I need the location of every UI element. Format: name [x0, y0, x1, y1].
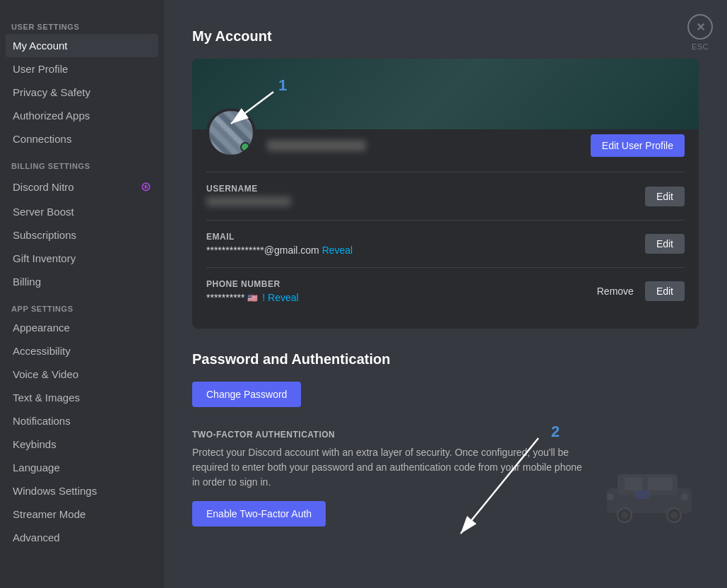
billing-settings-section-label: BILLING SETTINGS: [6, 151, 158, 173]
sidebar-item-gift-inventory[interactable]: Gift Inventory: [6, 247, 158, 270]
sidebar-item-label: Appearance: [13, 322, 70, 334]
close-icon[interactable]: ✕: [687, 14, 713, 40]
avatar: [206, 108, 256, 158]
esc-button[interactable]: ✕ ESC: [687, 14, 713, 51]
sidebar-item-my-account[interactable]: My Account: [6, 34, 158, 57]
sidebar-item-billing[interactable]: Billing: [6, 270, 158, 293]
phone-field-content: PHONE NUMBER ********** 🇺🇸 ! Reveal: [206, 279, 591, 303]
profile-username-area: [256, 114, 591, 151]
sidebar-item-advanced[interactable]: Advanced: [6, 526, 158, 549]
sidebar-item-label: Advanced: [13, 531, 60, 543]
online-status-dot: [240, 142, 250, 152]
email-masked: ***************: [206, 245, 264, 256]
email-value: ***************@gmail.com Reveal: [206, 245, 645, 256]
sidebar-item-label: Connections: [13, 133, 71, 145]
sidebar-item-label: Accessibility: [13, 345, 71, 357]
username-edit-button[interactable]: Edit: [645, 187, 685, 206]
app-settings-section-label: APP SETTINGS: [6, 293, 158, 316]
username-blurred: [206, 196, 291, 206]
tfa-illustration: [600, 460, 699, 527]
phone-flag-emoji: 🇺🇸: [247, 293, 258, 303]
page-title: My Account: [192, 28, 699, 45]
sidebar-item-label: Voice & Video: [13, 368, 78, 380]
email-field-row: EMAIL ***************@gmail.com Reveal E…: [206, 220, 685, 267]
tfa-section: TWO-FACTOR AUTHENTICATION Protect your D…: [192, 430, 699, 527]
password-auth-title: Password and Authentication: [192, 351, 699, 368]
phone-reveal-link[interactable]: Reveal: [268, 292, 299, 303]
sidebar-item-label: Keybinds: [13, 438, 57, 450]
edit-user-profile-button[interactable]: Edit User Profile: [591, 134, 685, 157]
tfa-label: TWO-FACTOR AUTHENTICATION: [192, 430, 699, 440]
sidebar-item-appearance[interactable]: Appearance: [6, 316, 158, 339]
phone-country-code: !: [262, 292, 265, 303]
user-settings-section-label: USER SETTINGS: [6, 11, 158, 34]
main-content: ✕ ESC My Account Edit User Profile USERN…: [164, 0, 727, 588]
nitro-icon: ⊛: [141, 179, 151, 194]
username-value: [206, 196, 645, 208]
sidebar-item-discord-nitro[interactable]: Discord Nitro ⊛: [6, 173, 158, 200]
enable-two-factor-auth-button[interactable]: Enable Two-Factor Auth: [192, 501, 326, 527]
email-label: EMAIL: [206, 232, 645, 242]
svg-point-3: [621, 512, 628, 519]
sidebar-item-label: Gift Inventory: [13, 252, 76, 264]
username-field-row: USERNAME Edit: [206, 172, 685, 220]
sidebar-item-user-profile[interactable]: User Profile: [6, 57, 158, 81]
svg-point-8: [681, 493, 688, 500]
phone-field-row: PHONE NUMBER ********** 🇺🇸 ! Reveal Remo…: [206, 267, 685, 314]
esc-label: ESC: [692, 42, 709, 51]
email-edit-button[interactable]: Edit: [645, 234, 685, 254]
email-actions: Edit: [645, 234, 685, 254]
svg-rect-10: [635, 490, 649, 499]
sidebar-item-keybinds[interactable]: Keybinds: [6, 433, 158, 456]
phone-edit-button[interactable]: Edit: [645, 281, 685, 301]
sidebar-item-authorized-apps[interactable]: Authorized Apps: [6, 104, 158, 127]
sidebar: USER SETTINGS My Account User Profile Pr…: [0, 0, 164, 588]
sidebar-item-label: Authorized Apps: [13, 110, 90, 122]
profile-username-blurred: [267, 140, 366, 151]
sidebar-item-subscriptions[interactable]: Subscriptions: [6, 223, 158, 247]
svg-rect-6: [625, 478, 642, 490]
sidebar-item-privacy-safety[interactable]: Privacy & Safety: [6, 81, 158, 104]
sidebar-item-label: Server Boost: [13, 206, 74, 218]
username-actions: Edit: [645, 187, 685, 206]
phone-actions: Remove Edit: [591, 281, 685, 301]
tfa-description: Protect your Discord account with an ext…: [192, 445, 586, 490]
email-domain: @gmail.com: [264, 245, 319, 256]
sidebar-item-label: Notifications: [13, 415, 71, 427]
username-field-content: USERNAME: [206, 184, 645, 208]
sidebar-item-windows-settings[interactable]: Windows Settings: [6, 479, 158, 502]
sidebar-item-label: My Account: [13, 40, 68, 52]
sidebar-item-accessibility[interactable]: Accessibility: [6, 339, 158, 363]
account-fields: USERNAME Edit EMAIL ***************@gmai…: [192, 172, 699, 329]
sidebar-item-voice-video[interactable]: Voice & Video: [6, 363, 158, 386]
email-field-content: EMAIL ***************@gmail.com Reveal: [206, 232, 645, 256]
profile-info-row: Edit User Profile: [192, 108, 699, 172]
sidebar-item-label: Discord Nitro: [13, 181, 74, 193]
sidebar-item-label: Privacy & Safety: [13, 86, 90, 98]
sidebar-item-language[interactable]: Language: [6, 456, 158, 479]
sidebar-item-server-boost[interactable]: Server Boost: [6, 200, 158, 223]
sidebar-item-notifications[interactable]: Notifications: [6, 409, 158, 433]
email-reveal-link[interactable]: Reveal: [322, 245, 353, 256]
phone-value: ********** 🇺🇸 ! Reveal: [206, 292, 591, 303]
sidebar-item-label: Windows Settings: [13, 485, 97, 497]
sidebar-item-text-images[interactable]: Text & Images: [6, 386, 158, 409]
phone-label: PHONE NUMBER: [206, 279, 591, 289]
sidebar-item-streamer-mode[interactable]: Streamer Mode: [6, 502, 158, 526]
sidebar-item-label: User Profile: [13, 63, 68, 75]
sidebar-item-label: Billing: [13, 276, 41, 288]
tfa-text: Protect your Discord account with an ext…: [192, 445, 586, 527]
sidebar-item-label: Language: [13, 461, 60, 474]
sidebar-item-connections[interactable]: Connections: [6, 127, 158, 151]
phone-masked: **********: [206, 292, 244, 303]
profile-card: Edit User Profile USERNAME Edit EMAIL: [192, 59, 699, 329]
svg-point-5: [670, 512, 678, 519]
svg-rect-7: [648, 478, 673, 490]
change-password-button[interactable]: Change Password: [192, 382, 301, 407]
sidebar-item-label: Text & Images: [13, 392, 80, 404]
sidebar-item-label: Subscriptions: [13, 229, 76, 241]
svg-point-9: [607, 493, 614, 500]
tfa-content: Protect your Discord account with an ext…: [192, 445, 699, 527]
username-label: USERNAME: [206, 184, 645, 194]
phone-remove-button[interactable]: Remove: [591, 281, 639, 301]
